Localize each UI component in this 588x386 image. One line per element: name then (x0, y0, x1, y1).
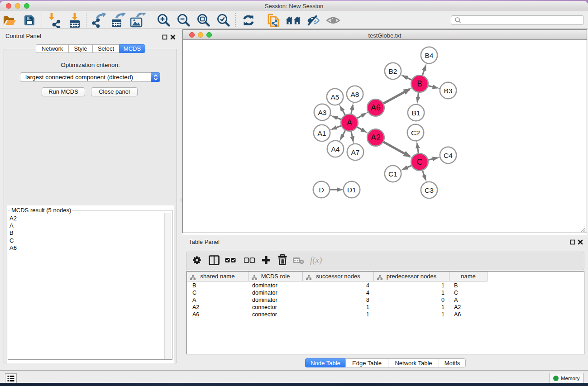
svg-text:A6: A6 (371, 103, 380, 112)
svg-text:A2: A2 (371, 133, 380, 142)
svg-text:A8: A8 (351, 91, 359, 98)
svg-text:A1: A1 (318, 129, 326, 137)
svg-text:C1: C1 (388, 170, 397, 178)
svg-text:A4: A4 (331, 145, 340, 153)
svg-text:C4: C4 (444, 152, 453, 159)
svg-text:D1: D1 (347, 186, 356, 194)
svg-text:A3: A3 (318, 109, 327, 116)
svg-text:B1: B1 (412, 109, 421, 117)
svg-text:A: A (347, 118, 352, 127)
svg-text:A5: A5 (331, 93, 339, 101)
svg-text:B2: B2 (389, 67, 397, 75)
svg-text:C3: C3 (425, 186, 434, 194)
svg-text:B3: B3 (444, 87, 453, 95)
svg-text:C: C (417, 157, 423, 167)
svg-text:B4: B4 (425, 52, 434, 59)
svg-text:D: D (319, 186, 324, 194)
svg-text:B: B (417, 79, 422, 88)
svg-text:A7: A7 (351, 148, 360, 156)
svg-text:C2: C2 (411, 129, 420, 137)
